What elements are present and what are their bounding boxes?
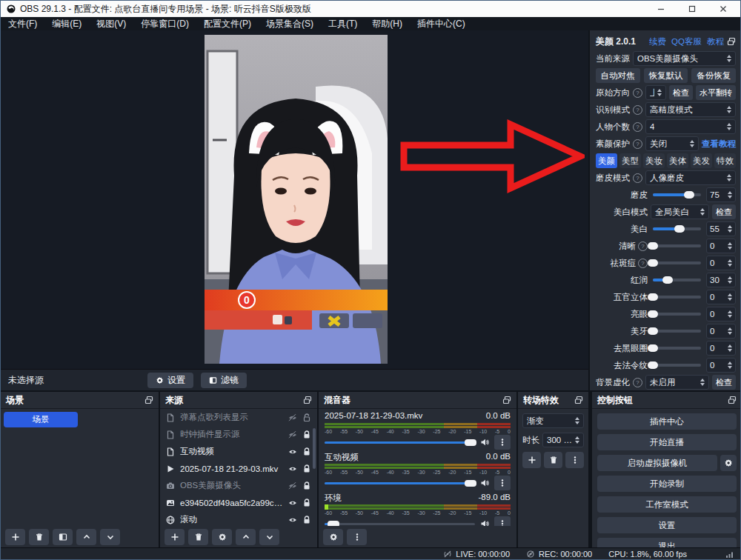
visibility-off-icon[interactable]: [288, 481, 297, 490]
menu-item[interactable]: 工具(T): [321, 17, 365, 30]
visibility-on-icon[interactable]: [288, 516, 297, 524]
beauty-tab[interactable]: 特效: [714, 153, 736, 168]
beauty-tab[interactable]: 美发: [691, 153, 712, 168]
blemish-slider[interactable]: [653, 261, 701, 264]
nasolabial-slider[interactable]: [653, 364, 701, 367]
whiten-mode-select[interactable]: 全局美白: [651, 204, 709, 219]
teeth-slider[interactable]: [653, 330, 701, 333]
scene-up-button[interactable]: [76, 529, 96, 545]
scrollbar[interactable]: [313, 428, 316, 469]
bright-eyes-spinbox[interactable]: 0: [706, 307, 736, 321]
source-row[interactable]: 时钟插件显示源: [160, 426, 317, 443]
popout-icon[interactable]: [502, 396, 511, 404]
add-transition-button[interactable]: [522, 452, 541, 468]
help-icon[interactable]: [638, 241, 648, 251]
settings-button[interactable]: 设置: [597, 517, 737, 533]
source-up-button[interactable]: [236, 529, 256, 545]
virtual-camera-settings-button[interactable]: [720, 455, 737, 471]
menu-item[interactable]: 停靠窗口(D): [133, 17, 196, 30]
menu-item[interactable]: 场景集合(S): [259, 17, 321, 30]
scene-down-button[interactable]: [100, 529, 120, 545]
face-3d-slider[interactable]: [653, 296, 701, 299]
beauty-action-button[interactable]: 恢复默认: [644, 68, 688, 83]
studio-mode-button[interactable]: 工作室模式: [597, 496, 737, 513]
menu-item[interactable]: 帮助(H): [365, 17, 410, 30]
maximize-button[interactable]: [677, 1, 708, 17]
visibility-on-icon[interactable]: [288, 447, 297, 456]
beauty-tab[interactable]: 美体: [667, 153, 688, 168]
popout-icon[interactable]: [728, 396, 737, 404]
beauty-header-link[interactable]: 续费: [649, 36, 666, 47]
popout-icon[interactable]: [144, 396, 153, 404]
transition-menu-button[interactable]: [565, 452, 584, 468]
bg-blur-select[interactable]: 未启用: [645, 375, 709, 390]
smooth-spinbox[interactable]: 75: [706, 187, 736, 202]
scene-filters-button[interactable]: [53, 529, 73, 545]
source-row[interactable]: OBS美颜摄像头: [160, 477, 317, 494]
horizontal-flip-button[interactable]: 水平翻转: [696, 85, 736, 100]
mixer-menu-button[interactable]: [347, 529, 367, 545]
smooth-slider[interactable]: [653, 193, 701, 196]
source-row[interactable]: 2025-07-18 21-29-03.mkv: [160, 460, 317, 477]
beauty-tab[interactable]: 美颜: [596, 153, 617, 168]
menu-item[interactable]: 文件(F): [1, 17, 44, 30]
start-streaming-button[interactable]: 开始直播: [597, 434, 737, 450]
start-virtual-camera-button[interactable]: 启动虚拟摄像机: [597, 455, 717, 471]
bright-eyes-slider[interactable]: [653, 313, 701, 316]
remove-transition-button[interactable]: [544, 452, 562, 468]
scene-item-selected[interactable]: 场景: [4, 412, 78, 427]
beauty-header-link[interactable]: 教程: [707, 36, 724, 47]
channel-menu-button[interactable]: [494, 476, 511, 490]
transition-select[interactable]: 渐变: [522, 413, 584, 428]
makeup-protect-select[interactable]: 关闭: [645, 136, 699, 151]
lock-icon[interactable]: [302, 430, 311, 439]
beauty-action-button[interactable]: 备份恢复: [691, 68, 736, 83]
whiten-slider[interactable]: [653, 227, 701, 230]
dark-circles-slider[interactable]: [653, 347, 701, 350]
lock-icon[interactable]: [302, 516, 311, 524]
remove-source-button[interactable]: [188, 529, 208, 545]
bg-blur-check-button[interactable]: 检查: [712, 375, 736, 390]
source-row[interactable]: 弹幕点歌列表显示: [160, 409, 317, 426]
clarity-slider[interactable]: [653, 244, 701, 247]
speaker-icon[interactable]: [480, 479, 489, 487]
preview-canvas[interactable]: 0: [1, 30, 588, 369]
source-row[interactable]: 互动视频: [160, 443, 317, 460]
volume-slider[interactable]: [325, 441, 475, 444]
menu-item[interactable]: 插件中心(C): [410, 17, 473, 30]
popout-icon[interactable]: [574, 396, 583, 404]
orientation-check-button[interactable]: 检查: [669, 85, 693, 100]
menu-item[interactable]: 视图(V): [89, 17, 133, 30]
source-filters-button[interactable]: 滤镜: [201, 373, 247, 388]
exit-button[interactable]: 退出: [597, 538, 737, 548]
menu-item[interactable]: 配置文件(P): [196, 17, 259, 30]
lock-icon[interactable]: [302, 481, 311, 490]
visibility-on-icon[interactable]: [288, 499, 297, 507]
lock-icon[interactable]: [302, 464, 311, 473]
orientation-select[interactable]: 上: [645, 85, 666, 100]
minimize-button[interactable]: [645, 1, 677, 17]
beauty-header-link[interactable]: QQ客服: [671, 36, 702, 47]
rosy-spinbox[interactable]: 30: [706, 273, 736, 287]
source-properties-button[interactable]: 设置: [147, 373, 193, 388]
help-icon[interactable]: [638, 259, 648, 268]
dark-circles-spinbox[interactable]: 0: [706, 341, 736, 356]
mixer-settings-button[interactable]: [323, 529, 343, 545]
blemish-spinbox[interactable]: 0: [706, 256, 736, 270]
source-properties-gear-button[interactable]: [212, 529, 232, 545]
add-scene-button[interactable]: [5, 529, 25, 545]
lock-icon[interactable]: [302, 447, 311, 456]
plugin-center-button[interactable]: 插件中心: [597, 413, 737, 430]
person-count-spinbox[interactable]: 4: [645, 119, 736, 134]
speaker-icon[interactable]: [480, 438, 489, 447]
source-row[interactable]: e394502df49aa5fc2a99cd2e7c: [160, 494, 317, 511]
channel-menu-button[interactable]: [494, 516, 511, 526]
help-icon[interactable]: [633, 105, 642, 115]
close-button[interactable]: [708, 1, 739, 17]
menu-item[interactable]: 编辑(E): [44, 17, 89, 30]
speaker-icon[interactable]: [480, 519, 489, 526]
help-icon[interactable]: [633, 378, 642, 387]
volume-slider[interactable]: [325, 523, 475, 525]
smooth-mode-select[interactable]: 人像磨皮: [645, 170, 736, 185]
duration-spinbox[interactable]: 300 ms: [542, 433, 584, 447]
